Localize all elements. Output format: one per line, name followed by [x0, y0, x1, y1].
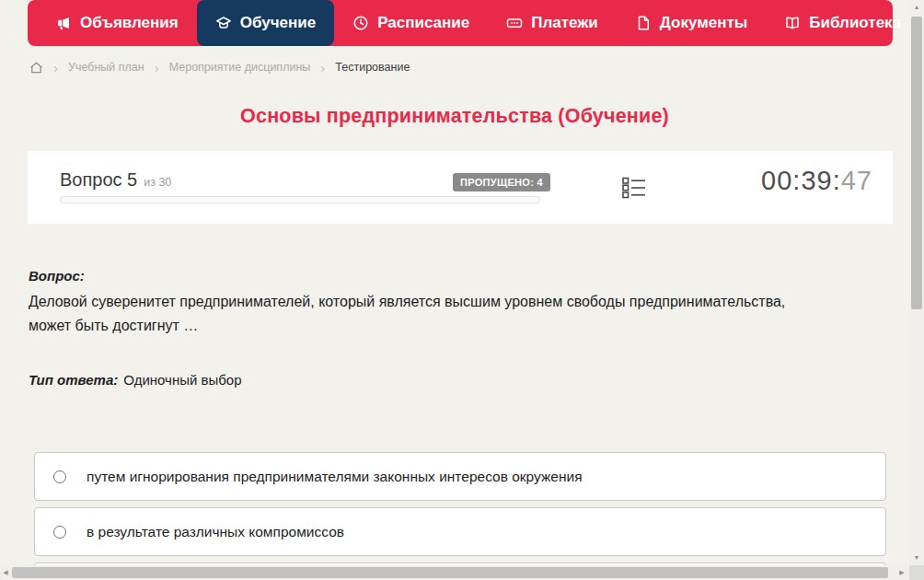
breadcrumb-item-testing: Тестирование: [335, 61, 410, 74]
question-list-icon[interactable]: [621, 175, 647, 201]
chevron-right-icon: ›: [53, 61, 58, 75]
nav-item-announcements[interactable]: Объявления: [37, 0, 197, 46]
scroll-left-icon[interactable]: ◀: [0, 565, 11, 580]
answer-options: путем игнорирования предпринимателями за…: [34, 452, 886, 580]
question-number: Вопрос 5: [60, 169, 137, 191]
scrollbar-corner: [909, 565, 924, 580]
question-text: Деловой суверенитет предпринимателей, ко…: [29, 290, 820, 338]
answer-option-2[interactable]: в результате различных компромиссов: [34, 507, 886, 556]
quiz-timer: 00:39:47: [761, 166, 872, 196]
vertical-scrollbar[interactable]: ▲ ▼: [909, 0, 924, 565]
answer-type-row: Тип ответа:Одиночный выбор: [29, 372, 242, 388]
document-icon: [635, 15, 652, 31]
nav-item-schedule[interactable]: Расписание: [334, 0, 488, 46]
breadcrumb: › Учебный план › Мероприятие дисциплины …: [29, 56, 410, 78]
question-counter: Вопрос 5 из 30: [60, 169, 171, 191]
radio-button[interactable]: [53, 470, 66, 483]
chevron-right-icon: ›: [320, 61, 325, 75]
quiz-header-panel: Вопрос 5 из 30 ПРОПУЩЕНО: 4 00:39:47: [28, 151, 893, 224]
clock-icon: [352, 15, 369, 31]
answer-option-label: путем игнорирования предпринимателями за…: [87, 469, 583, 485]
nav-item-label: Обучение: [240, 14, 316, 32]
nav-item-label: Платежи: [531, 14, 598, 32]
question-label: Вопрос:: [29, 268, 861, 284]
scroll-up-icon[interactable]: ▲: [909, 3, 924, 12]
nav-item-payments[interactable]: Платежи: [488, 0, 617, 46]
nav-item-label: Библиотека: [809, 14, 901, 32]
horizontal-scrollbar-thumb[interactable]: [12, 567, 888, 578]
breadcrumb-item-discipline-event[interactable]: Мероприятие дисциплины: [169, 61, 311, 74]
answer-option-1[interactable]: путем игнорирования предпринимателями за…: [34, 452, 886, 501]
timer-minutes: 00:39:: [761, 166, 841, 195]
breadcrumb-item-study-plan[interactable]: Учебный план: [68, 61, 144, 74]
main-navbar: Объявления Обучение Расписание Платежи Д…: [28, 0, 893, 46]
scroll-down-icon[interactable]: ▼: [909, 553, 924, 563]
vertical-scrollbar-thumb[interactable]: [911, 17, 922, 309]
quiz-progress-bar: [60, 196, 540, 203]
skipped-badge: ПРОПУЩЕНО: 4: [453, 173, 550, 191]
book-icon: [784, 15, 801, 31]
timer-seconds: 47: [841, 166, 872, 195]
nav-item-label: Расписание: [377, 14, 469, 32]
horizontal-scrollbar[interactable]: ◀ ▶: [0, 565, 909, 580]
scroll-right-icon[interactable]: ▶: [896, 565, 907, 580]
nav-item-label: Объявления: [80, 14, 179, 32]
chevron-right-icon: ›: [155, 61, 159, 75]
question-total: из 30: [144, 176, 171, 189]
megaphone-icon: [55, 15, 72, 31]
nav-item-learning[interactable]: Обучение: [197, 0, 334, 46]
graduation-cap-icon: [215, 15, 232, 31]
radio-button[interactable]: [53, 526, 66, 539]
home-icon[interactable]: [29, 61, 43, 75]
answer-type-label: Тип ответа:: [29, 372, 118, 388]
nav-item-label: Документы: [660, 14, 748, 32]
question-block: Вопрос: Деловой суверенитет предпринимат…: [29, 268, 861, 338]
answer-type-value: Одиночный выбор: [123, 372, 241, 388]
nav-item-documents[interactable]: Документы: [617, 0, 767, 46]
wallet-icon: [506, 15, 523, 31]
page-title: Основы предпринимательства (Обучение): [0, 105, 909, 128]
answer-option-label: в результате различных компромиссов: [87, 524, 344, 540]
nav-item-library[interactable]: Библиотека: [766, 0, 924, 46]
